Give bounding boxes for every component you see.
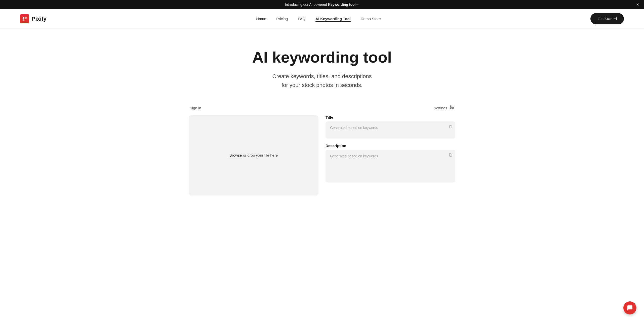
svg-point-8 (451, 108, 452, 109)
hero-title: AI keywording tool (5, 49, 639, 66)
tool-container: Sign in Settings Browse or drop your fil… (179, 105, 465, 211)
title-section: Title Generated based on keywords (326, 115, 455, 139)
hero-subtitle: Create keywords, titles, and description… (247, 72, 397, 89)
announcement-bold: Keywording tool (328, 3, 356, 7)
nav-home[interactable]: Home (256, 17, 266, 21)
svg-rect-2 (23, 19, 24, 21)
hero-section: AI keywording tool Create keywords, titl… (0, 29, 644, 105)
nav-links: Home Pricing FAQ AI Keywording Tool Demo… (256, 17, 381, 21)
logo-text: Pixify (32, 16, 47, 22)
nav-ai-keywording[interactable]: AI Keywording Tool (315, 17, 351, 22)
description-label: Description (326, 144, 455, 148)
settings-label: Settings (434, 106, 447, 110)
svg-point-7 (452, 107, 453, 108)
browse-link[interactable]: Browse (229, 153, 242, 157)
sign-in-link[interactable]: Sign in (190, 106, 201, 110)
tool-header: Sign in Settings (189, 105, 455, 111)
svg-rect-9 (450, 126, 452, 128)
upload-text: Browse or drop your file here (229, 153, 278, 157)
output-area: Title Generated based on keywords Descri… (326, 115, 455, 182)
description-section: Description Generated based on keywords (326, 144, 455, 182)
svg-point-6 (450, 106, 451, 107)
tool-grid: Browse or drop your file here Title Gene… (189, 115, 455, 196)
settings-button[interactable]: Settings (434, 105, 454, 111)
announcement-text: Introducing our AI powered Keywording to… (285, 3, 359, 7)
navbar: Pixify Home Pricing FAQ AI Keywording To… (0, 9, 644, 29)
announcement-close-button[interactable]: × (636, 2, 639, 7)
settings-icon (449, 105, 454, 111)
svg-rect-10 (450, 154, 452, 156)
title-copy-button[interactable] (448, 124, 452, 129)
announcement-arrow: → (355, 3, 359, 7)
description-field: Generated based on keywords (326, 150, 455, 182)
nav-demo-store[interactable]: Demo Store (361, 17, 381, 21)
svg-rect-0 (23, 17, 24, 19)
title-field: Generated based on keywords (326, 121, 455, 139)
logo-icon (20, 14, 29, 23)
chat-button[interactable] (623, 301, 636, 314)
description-placeholder: Generated based on keywords (330, 154, 378, 158)
title-label: Title (326, 115, 455, 119)
nav-faq[interactable]: FAQ (298, 17, 305, 21)
description-copy-button[interactable] (448, 153, 452, 158)
nav-pricing[interactable]: Pricing (276, 17, 288, 21)
get-started-button[interactable]: Get Started (590, 13, 624, 24)
nav-right: Get Started (590, 13, 624, 24)
logo-link[interactable]: Pixify (20, 14, 47, 23)
title-placeholder: Generated based on keywords (330, 126, 378, 130)
upload-area[interactable]: Browse or drop your file here (189, 115, 318, 196)
announcement-bar: Introducing our AI powered Keywording to… (0, 0, 644, 9)
svg-rect-1 (25, 17, 27, 19)
